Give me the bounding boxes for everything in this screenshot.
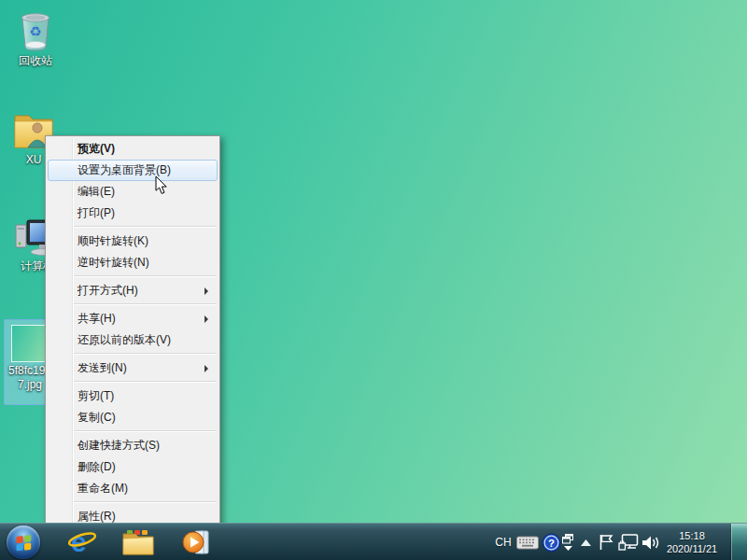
menu-separator [74,303,217,305]
menu-item-set-as-desktop-background[interactable]: 设置为桌面背景(B) [48,160,218,181]
menu-item-edit[interactable]: 编辑(E) [48,181,218,203]
menu-item-send-to[interactable]: 发送到(N) [48,357,218,379]
menu-item-restore-previous-versions[interactable]: 还原以前的版本(V) [48,329,218,351]
icon-label: 回收站 [6,54,65,68]
submenu-arrow-icon [204,315,208,323]
windows-flag-icon [15,534,33,552]
menu-item-open-with[interactable]: 打开方式(H) [48,280,218,301]
menu-separator [74,430,217,432]
menu-item-share[interactable]: 共享(H) [48,308,218,329]
start-button[interactable] [7,525,40,559]
ime-help-icon[interactable]: ? [540,524,562,560]
menu-item-delete[interactable]: 删除(D) [48,456,218,478]
recycle-bin-icon: ♻ [17,7,54,52]
windows-explorer-icon [121,527,155,557]
tray-clock[interactable]: 15:18 2020/11/21 [657,524,726,560]
action-center-flag-icon[interactable] [596,524,616,560]
ime-toolbar-icon[interactable] [560,524,575,560]
keyboard-icon[interactable] [515,524,540,560]
menu-item-print[interactable]: 打印(P) [48,203,218,224]
show-desktop-button[interactable] [730,524,747,560]
network-icon[interactable] [616,524,641,560]
clock-date: 2020/11/21 [657,542,726,555]
svg-text:?: ? [547,537,554,548]
up-arrow-icon [581,539,591,546]
menu-separator [74,275,217,277]
menu-separator [74,501,217,503]
menu-item-cut[interactable]: 剪切(T) [48,385,218,407]
desktop-icon-recycle-bin[interactable]: ♻ 回收站 [6,7,65,68]
tray-language-indicator[interactable]: CH [492,524,514,560]
internet-explorer-icon: e [67,527,97,557]
taskbar: e [0,523,747,560]
svg-text:e: e [71,527,87,557]
mouse-cursor [155,175,168,199]
context-menu: 预览(V) 设置为桌面背景(B) 编辑(E) 打印(P) 顺时针旋转(K) 逆时… [45,135,220,530]
menu-separator [74,381,217,383]
taskbar-button-internet-explorer[interactable]: e [62,524,103,560]
submenu-arrow-icon [204,287,208,295]
menu-separator [74,226,217,228]
menu-item-preview[interactable]: 预览(V) [48,138,218,160]
desktop[interactable]: ♻ 回收站 XU [0,0,747,560]
clock-time: 15:18 [657,529,726,542]
submenu-arrow-icon [204,365,208,372]
taskbar-button-media-player[interactable] [176,524,217,560]
menu-item-rename[interactable]: 重命名(M) [48,478,218,499]
taskbar-button-windows-explorer[interactable] [118,524,159,560]
show-hidden-icons-button[interactable] [575,524,596,560]
menu-separator [74,353,217,355]
media-player-icon [181,527,211,557]
image-thumbnail [11,325,49,362]
svg-text:♻: ♻ [29,23,41,40]
menu-item-create-shortcut[interactable]: 创建快捷方式(S) [48,435,218,456]
menu-item-rotate-counterclockwise[interactable]: 逆时针旋转(N) [48,252,218,273]
menu-item-copy[interactable]: 复制(C) [48,407,218,428]
menu-item-rotate-clockwise[interactable]: 顺时针旋转(K) [48,231,218,252]
